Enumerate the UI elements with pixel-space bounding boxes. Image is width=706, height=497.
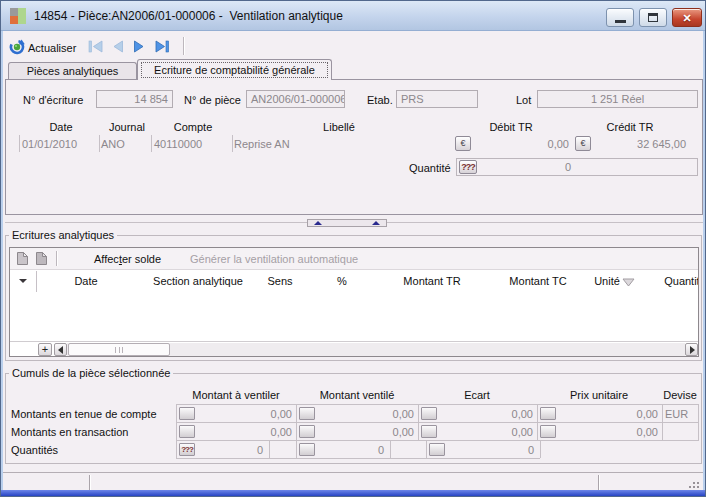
cumuls-line bbox=[176, 404, 699, 405]
close-icon: ✕ bbox=[673, 12, 701, 25]
app-icon bbox=[10, 8, 27, 24]
num-ecriture-label: N° d'écriture bbox=[23, 94, 83, 106]
libelle-column-label: Libellé bbox=[323, 121, 355, 133]
splitter-arrow-icon bbox=[314, 221, 322, 225]
cumuls-group-label: Cumuls de la pièce sélectionnée bbox=[9, 367, 173, 379]
grid-column-sens: Sens bbox=[267, 275, 292, 287]
scroll-right-button[interactable] bbox=[685, 343, 698, 356]
grid-column-quantite: Quantité bbox=[664, 275, 699, 287]
tab-ecriture-comptabilite[interactable]: Ecriture de comptabilité générale bbox=[137, 59, 332, 80]
next-record-button[interactable] bbox=[132, 40, 150, 54]
last-record-icon bbox=[154, 40, 171, 53]
add-row-button[interactable]: + bbox=[38, 343, 52, 356]
header-prix-unitaire: Prix unitaire bbox=[570, 389, 628, 401]
compte-column-label: Compte bbox=[174, 121, 213, 133]
debit-value: 0,00 bbox=[489, 138, 569, 150]
scrollbar-thumb[interactable] bbox=[68, 343, 170, 356]
previous-record-icon bbox=[110, 40, 125, 53]
window-title: 14854 - Pièce:AN2006/01-000006 - Ventila… bbox=[34, 9, 343, 23]
cell-button[interactable] bbox=[179, 407, 195, 420]
cumuls-line bbox=[698, 404, 699, 440]
cell-button[interactable] bbox=[299, 425, 315, 438]
header-ecart: Ecart bbox=[464, 389, 490, 401]
field-divider bbox=[232, 135, 233, 152]
tenue-devise: EUR bbox=[665, 408, 688, 420]
etab-label: Etab. bbox=[367, 94, 393, 106]
first-record-button[interactable] bbox=[88, 40, 106, 54]
tenue-ecart: 0,00 bbox=[453, 408, 533, 420]
tab-pieces-analytiques-label: Pièces analytiques bbox=[27, 65, 119, 77]
generer-ventilation-button: Générer la ventilation automatique bbox=[190, 253, 358, 265]
refresh-button[interactable] bbox=[9, 39, 25, 57]
resize-grip[interactable] bbox=[697, 478, 699, 480]
affecter-solde-button[interactable]: Affecter solde bbox=[94, 253, 161, 265]
title-bar: 14854 - Pièce:AN2006/01-000006 - Ventila… bbox=[1, 1, 705, 31]
cumuls-line bbox=[176, 440, 699, 441]
credit-currency-button[interactable]: € bbox=[575, 136, 591, 151]
journal-column-label: Journal bbox=[109, 121, 145, 133]
grid-column-montant-tr: Montant TR bbox=[403, 275, 460, 287]
tab-pieces-analytiques[interactable]: Pièces analytiques bbox=[8, 62, 137, 79]
tenue-prix-unitaire: 0,00 bbox=[578, 408, 658, 420]
close-button[interactable]: ✕ bbox=[672, 8, 702, 27]
cumuls-line bbox=[176, 404, 177, 458]
cell-button[interactable] bbox=[421, 407, 437, 420]
cumuls-line bbox=[296, 440, 297, 458]
compte-value: 40110000 bbox=[154, 138, 202, 150]
cell-button[interactable] bbox=[421, 425, 437, 438]
cumuls-line bbox=[390, 440, 391, 458]
row-selector-dropdown-icon[interactable] bbox=[19, 279, 27, 283]
cumuls-line bbox=[418, 404, 419, 440]
transaction-montant-ventile: 0,00 bbox=[334, 426, 414, 438]
status-divider bbox=[89, 475, 90, 490]
debit-tr-label: Débit TR bbox=[489, 121, 532, 133]
toolbar-separator bbox=[183, 37, 184, 55]
minimize-icon bbox=[615, 20, 626, 23]
restore-button[interactable] bbox=[639, 8, 667, 27]
first-record-icon bbox=[88, 40, 104, 53]
field-divider bbox=[19, 135, 20, 152]
quantite-unit-button[interactable]: ??? bbox=[459, 160, 477, 174]
transaction-ecart: 0,00 bbox=[453, 426, 533, 438]
last-record-button[interactable] bbox=[154, 40, 172, 54]
app-icon-green-block bbox=[18, 8, 26, 24]
grid-column-montant-tc: Montant TC bbox=[509, 275, 566, 287]
grid-body[interactable] bbox=[11, 292, 697, 340]
row-quantites-label: Quantités bbox=[11, 444, 58, 456]
document-arrow-icon bbox=[35, 251, 48, 268]
libelle-value: Reprise AN bbox=[234, 138, 290, 150]
quantites-a-ventiler: 0 bbox=[185, 444, 263, 456]
scroll-left-button[interactable] bbox=[54, 343, 67, 356]
cell-button[interactable] bbox=[540, 425, 556, 438]
cell-button[interactable] bbox=[429, 443, 445, 456]
debit-currency-button[interactable]: € bbox=[455, 136, 471, 151]
header-montant-a-ventiler: Montant à ventiler bbox=[192, 389, 279, 401]
previous-record-button[interactable] bbox=[110, 40, 128, 54]
document-icon bbox=[16, 251, 29, 268]
row-transaction-label: Montants en transaction bbox=[11, 426, 128, 438]
minimize-button[interactable] bbox=[606, 8, 634, 27]
splitter-handle[interactable] bbox=[307, 219, 387, 227]
grid-column-percent: % bbox=[337, 275, 347, 287]
status-divider bbox=[598, 475, 599, 490]
journal-value: ANO bbox=[101, 138, 125, 150]
scroll-row-divider bbox=[10, 341, 698, 342]
cumuls-line bbox=[662, 404, 663, 440]
date-column-label: Date bbox=[49, 121, 72, 133]
num-piece-label: N° de pièce bbox=[184, 94, 241, 106]
cumuls-line bbox=[540, 440, 541, 458]
quantites-ventile: 0 bbox=[306, 444, 384, 456]
cell-button[interactable] bbox=[540, 407, 556, 420]
quantite-label: Quantité bbox=[409, 162, 451, 174]
lot-field: 1 251 Réel bbox=[537, 90, 698, 108]
cell-button[interactable] bbox=[179, 425, 195, 438]
sort-indicator-icon bbox=[622, 277, 635, 289]
refresh-button-label[interactable]: Actualiser bbox=[28, 42, 76, 54]
cell-button[interactable] bbox=[299, 407, 315, 420]
scroll-left-icon bbox=[58, 346, 63, 354]
analytic-group-label: Ecritures analytiques bbox=[9, 229, 117, 241]
lot-label: Lot bbox=[516, 94, 531, 106]
scroll-right-icon bbox=[690, 346, 695, 354]
cumuls-line bbox=[296, 404, 297, 440]
transaction-montant-a-ventiler: 0,00 bbox=[212, 426, 292, 438]
